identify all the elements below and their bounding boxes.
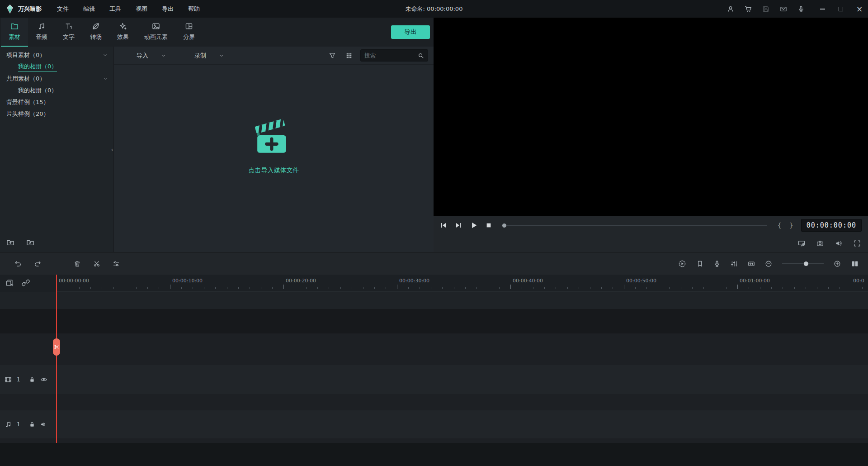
download-center-button[interactable] [797,5,805,13]
save-button[interactable] [762,5,769,13]
step-back-icon [440,222,447,229]
manage-tracks-button[interactable] [5,279,14,287]
menu-edit[interactable]: 编辑 [83,5,95,13]
close-button[interactable]: × [856,6,863,12]
render-preview-button[interactable] [678,260,686,268]
ruler-tick [579,287,579,289]
lock-track-button[interactable] [29,421,35,428]
feedback-button[interactable] [780,5,787,13]
timeline-strip [0,443,868,466]
tab-transitions[interactable]: 转场 [82,18,109,47]
maximize-button[interactable] [838,6,844,12]
chevron-down-icon[interactable] [103,52,108,58]
delete-folder-button[interactable] [26,238,34,247]
video-track-number: 1 [17,376,20,383]
menu-export[interactable]: 导出 [162,5,174,13]
mark-in-button[interactable]: { [778,222,782,229]
seek-handle[interactable] [502,223,506,228]
delete-button[interactable] [74,260,81,267]
tab-audio[interactable]: 音频 [28,18,55,47]
zoom-slider-handle[interactable] [804,262,808,266]
tab-splitscreen[interactable]: 分屏 [175,18,203,47]
import-media-dropzone[interactable]: 点击导入媒体文件 [114,52,434,239]
redo-button[interactable] [34,260,41,267]
seek-bar[interactable] [502,223,767,228]
zoom-slider-track[interactable] [782,263,824,264]
display-settings-button[interactable] [798,240,805,247]
ruler-tick [692,287,693,289]
tab-text[interactable]: 文字 [55,18,82,47]
minimize-button[interactable] [819,6,826,12]
zoom-in-button[interactable] [834,260,841,267]
timeline-toolbar-left [0,260,120,267]
export-button[interactable]: 导出 [391,25,430,39]
playhead-handle[interactable] [53,338,60,356]
timeline-ruler[interactable]: 00:00:00:0000:00:10:0000:00:20:0000:00:3… [57,275,868,292]
menu-view[interactable]: 视图 [136,5,147,13]
account-button[interactable] [727,5,734,13]
chevron-down-icon[interactable] [103,76,108,81]
store-button[interactable] [745,5,752,13]
volume-button[interactable] [835,240,842,247]
link-button[interactable] [22,279,30,287]
tab-media[interactable]: 素材 [1,18,28,47]
ruler-tick [601,287,602,289]
undo-button[interactable] [14,260,22,267]
ruler-tick [90,287,91,289]
sidebar-item-intro-samples[interactable]: 片头样例（20） [0,108,113,120]
marker-button[interactable] [696,260,703,267]
snapshot-button[interactable] [816,240,824,247]
ruler-tick [204,287,204,289]
playhead-line[interactable] [56,275,57,443]
preview-panel: { } 00:00:00:00 [434,18,868,252]
adjust-button[interactable] [113,260,120,267]
mute-track-button[interactable] [40,421,47,428]
save-icon [762,5,769,13]
timeline[interactable]: 00:00:00:0000:00:10:0000:00:20:0000:00:3… [0,275,868,466]
tab-label: 分屏 [183,33,195,41]
step-back-button[interactable] [440,222,447,229]
menu-help[interactable]: 帮助 [188,5,200,13]
ruler-tick [147,287,148,289]
audio-track-lane[interactable] [0,410,868,438]
tab-label: 音频 [36,33,47,41]
app-window: 万兴喵影 文件 编辑 工具 视图 导出 帮助 未命名: 00:00:00:00 … [0,0,868,466]
fullscreen-button[interactable] [854,240,861,247]
ruler-tick [737,285,738,289]
stop-button[interactable] [486,222,492,228]
media-panel: 素材 音频 文字 转场 效果 [0,18,434,252]
menu-tools[interactable]: 工具 [109,5,121,13]
add-folder-button[interactable] [6,238,14,247]
play-button[interactable] [470,221,478,229]
sidebar-item-my-album-2[interactable]: 我的相册（0） [0,85,113,96]
step-forward-button[interactable] [455,222,462,229]
fit-timeline-icon [748,260,755,267]
seek-track[interactable] [506,225,767,226]
voiceover-button[interactable] [713,260,721,267]
sidebar-item-background-samples[interactable]: 背景样例（15） [0,96,113,108]
tree-label: 片头样例（20） [6,110,49,118]
tab-effects[interactable]: 效果 [109,18,137,47]
sidebar-item-project-media[interactable]: 项目素材（0） [0,49,113,61]
ruler-tick [79,287,80,289]
dual-pane-button[interactable] [851,260,859,268]
tab-elements[interactable]: 动画元素 [137,18,175,47]
fit-timeline-button[interactable] [748,260,755,267]
menu-file[interactable]: 文件 [57,5,69,13]
ruler-tick [794,287,795,289]
app-logo-icon [5,5,14,14]
zoom-slider[interactable] [782,261,824,267]
sidebar-item-my-album[interactable]: 我的相册（0） [0,61,113,73]
mixer-button[interactable] [731,260,738,267]
sidebar-item-shared-media[interactable]: 共用素材（0） [0,73,113,85]
tab-label: 文字 [63,33,75,41]
zoom-out-button[interactable] [765,260,772,267]
ruler-tick [340,287,341,289]
lock-track-button[interactable] [29,376,35,383]
mark-out-button[interactable]: } [789,222,793,229]
split-button[interactable] [93,260,100,267]
toggle-visibility-button[interactable] [40,376,47,383]
video-track-lane[interactable] [0,365,868,394]
ruler-tick [499,287,500,289]
tree-label: 共用素材（0） [6,75,45,83]
